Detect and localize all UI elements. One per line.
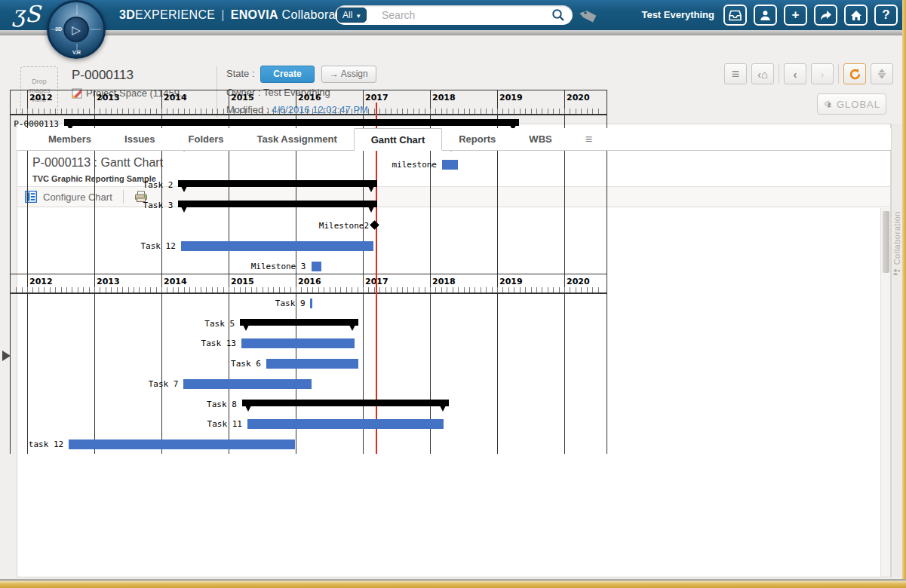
gantt-row-label: Task 12	[63, 241, 176, 251]
gantt-month-tick	[419, 287, 419, 292]
gantt-border-left	[10, 90, 11, 454]
gantt-summary-bar[interactable]	[64, 119, 519, 126]
gantt-month-tick	[217, 109, 218, 114]
tab-overflow-menu-icon[interactable]: ≡	[569, 128, 609, 150]
gantt-month-tick	[363, 287, 364, 292]
gantt-month-tick	[111, 287, 112, 292]
gantt-month-tick	[598, 109, 599, 114]
tab-folders[interactable]: Folders	[172, 128, 241, 150]
inbox-icon[interactable]	[723, 5, 747, 26]
gantt-year-label: 2020	[567, 277, 590, 286]
sort-icon[interactable]	[871, 63, 893, 84]
gantt-month-tick	[189, 287, 190, 292]
search-icon[interactable]	[551, 8, 565, 22]
gantt-task-bar[interactable]	[241, 338, 355, 348]
gantt-month-tick	[273, 287, 274, 292]
help-icon[interactable]: ?	[874, 5, 898, 26]
gantt-header-line	[10, 274, 607, 274]
gantt-month-tick	[525, 109, 526, 114]
gantt-task-bar[interactable]	[266, 359, 358, 369]
gantt-year-label: 2017	[365, 93, 389, 103]
dassault-3ds-logo-icon[interactable]: ʒS	[12, 2, 41, 27]
tab-wbs[interactable]: WBS	[512, 128, 568, 150]
vertical-scrollbar[interactable]	[880, 208, 890, 577]
home-icon[interactable]	[844, 5, 868, 26]
gantt-row-label: Task 6	[148, 359, 261, 369]
tab-task-assignment[interactable]: Task Assignment	[241, 128, 354, 150]
gantt-row-label: Task 3	[60, 201, 173, 210]
search-scope-dropdown[interactable]: All▼	[337, 8, 367, 23]
gantt-month-tick	[284, 109, 285, 114]
gantt-month-tick	[117, 287, 118, 292]
gantt-month-tick	[346, 109, 347, 114]
gantt-task-bar[interactable]	[183, 379, 312, 389]
gantt-row-label: Task 9	[192, 299, 306, 308]
gantt-month-tick	[195, 287, 196, 292]
gantt-summary-bar[interactable]	[242, 400, 449, 406]
gantt-month-tick	[453, 109, 453, 114]
gantt-row-label: Task 8	[124, 400, 237, 409]
collaboration-side-tab[interactable]: Collaboration	[891, 211, 902, 354]
gantt-month-tick	[553, 109, 554, 114]
gantt-task-bar[interactable]	[312, 262, 321, 271]
gantt-month-tick	[425, 109, 425, 114]
gantt-task-bar[interactable]	[181, 241, 373, 251]
gantt-month-tick	[234, 287, 235, 292]
gantt-task-bar[interactable]	[247, 419, 444, 429]
3d-compass-icon[interactable]: ▷ 3D V.R	[47, 0, 106, 59]
add-icon[interactable]: +	[784, 5, 807, 26]
compass-play-icon[interactable]: ▷	[63, 17, 89, 42]
gantt-summary-bar[interactable]	[178, 180, 376, 187]
gantt-month-tick	[44, 109, 45, 114]
gantt-month-tick	[268, 287, 269, 292]
gantt-month-tick	[301, 287, 302, 292]
gantt-task-bar[interactable]	[69, 439, 295, 449]
prev-icon[interactable]: ‹	[784, 63, 806, 84]
gantt-month-tick	[486, 287, 487, 292]
gantt-summary-bar[interactable]	[240, 319, 358, 326]
state-create-button[interactable]: Create	[260, 66, 315, 83]
gantt-month-tick	[290, 109, 291, 114]
gantt-month-tick	[312, 109, 313, 114]
gantt-month-tick	[548, 287, 548, 292]
tab-gantt-chart[interactable]: Gantt Chart	[354, 128, 443, 151]
gantt-month-tick	[134, 109, 134, 114]
gantt-month-tick	[50, 287, 51, 292]
gantt-milestone-tick[interactable]	[310, 299, 312, 308]
scrollbar-thumb[interactable]	[883, 211, 889, 273]
global-search-button[interactable]: GLOBAL	[817, 93, 886, 115]
tab-reports[interactable]: Reports	[442, 128, 512, 150]
refresh-icon[interactable]	[843, 63, 866, 84]
gantt-month-tick	[100, 109, 100, 114]
menu-icon[interactable]: ≡	[724, 63, 747, 84]
gantt-month-tick	[502, 109, 503, 114]
gantt-month-tick	[173, 287, 174, 292]
search-box[interactable]: All▼	[335, 5, 573, 25]
gantt-month-tick	[206, 109, 207, 114]
gantt-month-tick	[542, 287, 542, 292]
gantt-month-tick	[469, 109, 470, 114]
gantt-month-tick	[497, 109, 498, 114]
gantt-milestone-diamond[interactable]	[370, 220, 379, 230]
gantt-month-tick	[425, 287, 425, 292]
share-icon[interactable]	[814, 5, 837, 26]
gantt-month-tick	[592, 287, 593, 292]
state-assign-button[interactable]: → Assign	[321, 66, 376, 83]
gantt-month-tick	[587, 287, 588, 292]
home-back-icon[interactable]: ‹⌂	[751, 63, 774, 84]
left-panel-expander-icon[interactable]	[2, 351, 11, 361]
compass-spoke	[76, 5, 78, 15]
search-input[interactable]	[382, 8, 533, 22]
tab-members[interactable]: Members	[32, 128, 108, 150]
gantt-task-bar[interactable]	[442, 160, 458, 170]
gantt-summary-bar[interactable]	[178, 201, 376, 207]
tab-issues[interactable]: Issues	[108, 128, 171, 150]
gantt-month-tick	[290, 287, 291, 292]
tag-icon[interactable]	[579, 8, 597, 23]
gantt-month-tick	[201, 109, 201, 114]
gantt-month-tick	[55, 287, 56, 292]
profile-icon[interactable]	[754, 5, 777, 26]
current-user-name[interactable]: Test Everything	[641, 9, 714, 20]
gantt-month-tick	[229, 109, 229, 114]
gantt-month-tick	[72, 287, 72, 292]
